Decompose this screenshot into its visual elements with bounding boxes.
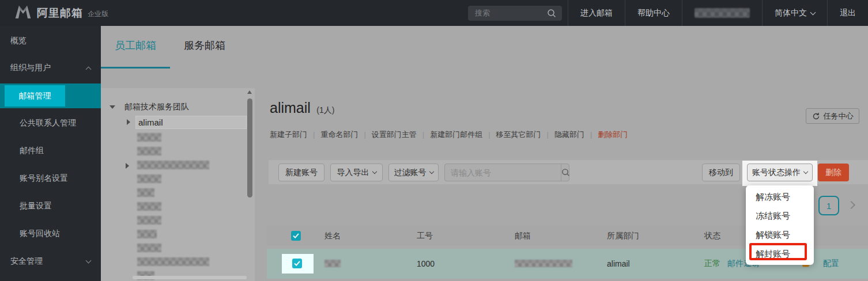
tree-item-redacted[interactable] [137, 161, 209, 169]
tree-expand-icon[interactable] [110, 105, 115, 109]
tree-item-redacted[interactable] [137, 133, 161, 142]
enter-mailbox-link[interactable]: 进入邮箱 [568, 0, 625, 26]
tree-scrollbar[interactable] [247, 90, 252, 279]
employee-email-redacted [515, 260, 572, 267]
action-hide-department[interactable]: 隐藏部门 [554, 130, 598, 140]
tree-item-redacted[interactable] [137, 257, 209, 266]
tree-root-node[interactable]: 邮箱技术服务团队 [124, 102, 189, 112]
chevron-down-icon [429, 169, 433, 174]
cell-department: alimail [607, 259, 630, 268]
delete-button[interactable]: 删除 [818, 164, 849, 181]
sidebar-group-org-users[interactable]: 组织与用户 [0, 62, 101, 74]
active-tab-underline [101, 67, 170, 69]
chevron-down-icon [372, 169, 376, 174]
account-name-redacted [695, 8, 750, 18]
global-search [468, 6, 562, 21]
import-export-dropdown[interactable]: 导入导出 [330, 164, 383, 181]
status-badge: 正常 [704, 259, 720, 269]
account-menu[interactable] [682, 0, 762, 26]
action-delete-department[interactable]: 删除部门 [598, 130, 628, 140]
tree-collapse-icon[interactable] [127, 119, 130, 125]
chevron-up-icon [86, 66, 92, 72]
employee-name-redacted [324, 260, 341, 267]
chevron-down-icon [803, 169, 808, 174]
account-status-ops-dropdown[interactable]: 账号状态操作 [747, 164, 813, 181]
col-name: 姓名 [324, 231, 341, 241]
col-job-id: 工号 [417, 231, 433, 241]
search-icon [561, 168, 570, 177]
alimail-logo-icon [14, 4, 32, 22]
sidebar: 概览 组织与用户 邮箱管理 公共联系人管理 邮件组 账号别名设置 批量设置 账号… [0, 26, 101, 281]
next-page-icon[interactable] [847, 201, 855, 209]
search-icon[interactable] [547, 9, 556, 18]
action-rename-department[interactable]: 重命名部门 [320, 130, 371, 140]
topbar: 阿里邮箱 企业版 进入邮箱 帮助中心 简体中文 退出 [0, 0, 868, 26]
action-new-dept-mailgroup[interactable]: 新建部门邮件组 [430, 130, 496, 140]
sidebar-group-security[interactable]: 安全管理 [0, 255, 101, 268]
help-center-link[interactable]: 帮助中心 [625, 0, 682, 26]
config-link[interactable]: 配置 [823, 259, 839, 269]
sidebar-item-alias-settings[interactable]: 账号别名设置 [0, 172, 101, 185]
refresh-icon [812, 112, 820, 120]
brand: 阿里邮箱 企业版 [0, 4, 108, 22]
department-tree-panel: 邮箱技术服务团队 alimail [101, 88, 255, 281]
logout-button[interactable]: 退出 [827, 0, 868, 26]
action-new-subdepartment[interactable]: 新建子部门 [270, 130, 320, 140]
account-search-input[interactable] [445, 164, 561, 181]
page-title: alimail (1人) [270, 100, 334, 116]
col-department: 所属部门 [607, 231, 639, 241]
cell-job-id: 1000 [417, 259, 435, 268]
new-account-button[interactable]: 新建账号 [278, 164, 324, 181]
sidebar-item-account-recycle[interactable]: 账号回收站 [0, 227, 101, 240]
row-checkbox[interactable] [292, 259, 302, 268]
task-center-button[interactable]: 任务中心 [806, 108, 859, 124]
sidebar-item-mailbox-management[interactable]: 邮箱管理 [0, 83, 101, 108]
move-to-button[interactable]: 移动到 [702, 164, 740, 181]
menu-item-unfreeze-account[interactable]: 解冻账号 [746, 187, 814, 206]
tree-node-alimail[interactable]: alimail [135, 116, 247, 129]
department-name: alimail [270, 100, 311, 116]
chevron-down-icon [86, 258, 92, 264]
chevron-down-icon [810, 9, 816, 15]
account-search [444, 164, 569, 181]
status-ops-highlight: 账号状态操作 [742, 161, 817, 186]
menu-item-unlock-account[interactable]: 解锁账号 [746, 225, 814, 244]
filter-account-dropdown[interactable]: 过滤账号 [388, 164, 439, 181]
col-status: 状态 [704, 231, 720, 241]
page-1-button[interactable]: 1 [818, 196, 839, 215]
sidebar-item-public-contacts[interactable]: 公共联系人管理 [0, 117, 101, 130]
select-all-checkbox[interactable] [291, 231, 301, 241]
tree-item-redacted[interactable] [137, 230, 157, 238]
tree-item-redacted[interactable] [137, 147, 161, 155]
sidebar-item-mail-groups[interactable]: 邮件组 [0, 145, 101, 157]
status-ops-menu: 解冻账号 冻结账号 解锁账号 解封账号 [746, 185, 814, 265]
brand-edition-badge: 企业版 [88, 9, 108, 19]
tree-item-redacted[interactable] [137, 188, 154, 197]
tab-employee-mailbox[interactable]: 员工邮箱 [101, 39, 170, 52]
sidebar-item-batch-settings[interactable]: 批量设置 [0, 200, 101, 212]
tab-service-mailbox[interactable]: 服务邮箱 [182, 39, 228, 52]
tree-collapse-icon[interactable] [126, 163, 129, 169]
tree-item-redacted[interactable] [137, 202, 161, 211]
tree-item-redacted[interactable] [137, 216, 161, 225]
tree-horizontal-scrollbar[interactable] [133, 276, 247, 279]
tree-item-redacted[interactable] [137, 244, 161, 252]
topbar-right: 进入邮箱 帮助中心 简体中文 退出 [468, 0, 868, 26]
action-set-manager[interactable]: 设置部门主管 [372, 130, 430, 140]
tree-item-redacted[interactable] [137, 174, 161, 183]
scroll-up-icon[interactable] [247, 90, 252, 94]
menu-item-unban-account[interactable]: 解封账号 [746, 244, 814, 263]
department-actions: 新建子部门 重命名部门 设置部门主管 新建部门邮件组 移至其它部门 隐藏部门 删… [270, 130, 628, 140]
language-label: 简体中文 [775, 8, 807, 18]
scrollbar-thumb[interactable] [247, 98, 252, 198]
language-menu[interactable]: 简体中文 [762, 0, 827, 26]
account-search-button[interactable] [561, 164, 570, 181]
content-area: 员工邮箱 服务邮箱 邮箱技术服务团队 alimail [101, 26, 868, 281]
member-count: (1人) [316, 105, 334, 115]
alimail-admin-console: 阿里邮箱 企业版 进入邮箱 帮助中心 简体中文 退出 [0, 0, 868, 281]
sidebar-item-overview[interactable]: 概览 [0, 35, 101, 47]
col-email: 邮箱 [515, 231, 531, 241]
menu-item-freeze-account[interactable]: 冻结账号 [746, 206, 814, 225]
action-move-to-other-dept[interactable]: 移至其它部门 [496, 130, 554, 140]
brand-name: 阿里邮箱 [37, 6, 83, 21]
